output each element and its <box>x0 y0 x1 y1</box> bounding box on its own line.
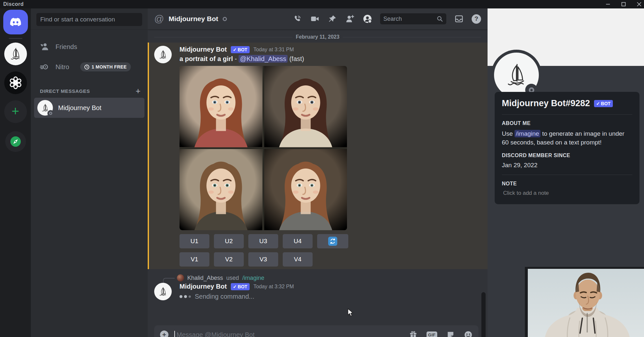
card-divider <box>502 175 632 175</box>
message-timestamp: Today at 3:31 PM <box>254 47 294 53</box>
add-friend-button[interactable] <box>345 14 355 24</box>
message-composer[interactable]: + Message @Midjourney Bot GIF <box>154 325 478 337</box>
attach-plus-icon[interactable]: + <box>160 331 168 337</box>
dm-item-midjourney-bot[interactable]: Midjourney Bot <box>34 98 144 118</box>
note-input[interactable]: Click to add a note <box>502 190 632 196</box>
nitro-icon <box>39 62 49 71</box>
message-content: a portrait of a girl - @Khalid_Abess (fa… <box>180 55 481 63</box>
upscale-button-u2[interactable]: U2 <box>214 234 244 248</box>
imagine-command-chip[interactable]: /imagine <box>514 130 540 137</box>
variation-button-v3[interactable]: V3 <box>248 252 278 267</box>
discord-logo-icon <box>8 17 23 28</box>
voice-call-button[interactable] <box>292 14 302 24</box>
upscale-button-u1[interactable]: U1 <box>180 234 209 248</box>
member-since-value: Jan 29, 2022 <box>502 162 632 169</box>
chat-area: @ Midjourney Bot <box>148 8 488 337</box>
verified-check-icon: ✓ <box>233 47 237 52</box>
mouse-cursor <box>347 308 354 317</box>
variation-button-v4[interactable]: V4 <box>283 252 313 267</box>
chat-scrollbar[interactable] <box>481 292 486 337</box>
generated-portrait-2[interactable] <box>264 66 347 147</box>
openai-server-button[interactable] <box>4 71 27 94</box>
sticker-icon[interactable] <box>446 331 455 337</box>
chat-search-placeholder: Search <box>383 16 402 22</box>
about-me-text: Use /imagine to generate an image in und… <box>502 130 632 147</box>
generated-portrait-3[interactable] <box>180 149 263 231</box>
variation-button-v1[interactable]: V1 <box>180 252 209 267</box>
midjourney-dm-server-button[interactable] <box>4 43 27 65</box>
at-icon: @ <box>154 14 164 24</box>
conversation-search-button[interactable]: Find or start a conversation <box>36 13 142 26</box>
discord-window: Discord <box>0 0 644 337</box>
profile-username: Midjourney Bot#9282 <box>502 98 590 108</box>
sidebar-item-friends[interactable]: Friends <box>34 38 144 56</box>
upscale-button-u4[interactable]: U4 <box>283 234 313 248</box>
window-titlebar: Discord <box>0 0 644 8</box>
gif-picker-icon[interactable]: GIF <box>427 331 437 337</box>
member-since-label: DISCORD MEMBER SINCE <box>502 153 632 158</box>
webcam-overlay <box>525 267 644 337</box>
message-list: February 11, 2023 Midjourney Bot ✓ <box>148 30 488 337</box>
slash-command-context: Khalid_Abess used /imagine <box>148 269 488 281</box>
generated-portrait-1[interactable] <box>180 66 263 147</box>
variation-button-v2[interactable]: V2 <box>214 252 244 267</box>
compass-icon <box>10 136 21 147</box>
video-call-button[interactable] <box>310 14 320 24</box>
card-divider <box>502 114 632 115</box>
channel-sidebar: Find or start a conversation Friends <box>31 8 148 337</box>
pin-icon[interactable] <box>328 14 337 24</box>
note-label: NOTE <box>502 181 632 187</box>
khalid-avatar[interactable] <box>177 274 184 281</box>
generation-mode: (fast) <box>289 55 304 62</box>
chat-header: @ Midjourney Bot <box>148 8 488 30</box>
user-mention[interactable]: @Khalid_Abess <box>239 55 288 63</box>
nitro-promo-badge: 1 MONTH FREE <box>80 62 131 71</box>
inbox-button[interactable] <box>454 14 464 24</box>
message-imagine-result: Midjourney Bot ✓ BOT Today at 3:31 PM a … <box>148 43 488 269</box>
text-caret <box>174 331 175 337</box>
slash-command-link[interactable]: /imagine <box>242 275 264 281</box>
sidebar-item-label: Nitro <box>56 63 69 71</box>
upscale-button-u3[interactable]: U3 <box>248 234 278 248</box>
midjourney-bot-avatar[interactable] <box>154 283 172 300</box>
midjourney-bot-avatar[interactable] <box>154 46 172 63</box>
gift-icon[interactable] <box>409 331 417 337</box>
clock-icon <box>84 65 89 69</box>
create-dm-icon[interactable]: + <box>136 87 141 95</box>
sailboat-avatar-icon <box>7 45 24 62</box>
user-profile-toggle[interactable] <box>363 14 372 24</box>
close-button[interactable] <box>636 1 643 7</box>
explore-servers-button[interactable] <box>5 131 26 152</box>
reroll-button[interactable] <box>317 234 348 248</box>
sidebar-item-label: Friends <box>56 43 77 51</box>
verified-check-icon: ✓ <box>596 101 600 106</box>
dm-section-header[interactable]: DIRECT MESSAGES <box>40 88 90 94</box>
plus-icon: + <box>12 105 19 118</box>
add-server-button[interactable]: + <box>4 100 27 123</box>
chat-search-input[interactable]: Search <box>380 13 446 24</box>
channel-title: Midjourney Bot <box>168 15 218 23</box>
webcam-video <box>528 269 644 337</box>
verified-check-icon: ✓ <box>233 284 237 289</box>
sidebar-item-nitro[interactable]: Nitro 1 MONTH FREE <box>34 58 144 76</box>
about-me-label: ABOUT ME <box>502 120 632 126</box>
generated-portrait-4[interactable] <box>264 149 347 231</box>
message-author[interactable]: Midjourney Bot <box>180 283 227 290</box>
emoji-icon[interactable] <box>464 331 473 337</box>
profile-card: Midjourney Bot#9282 ✓ BOT ABOUT ME Use /… <box>495 92 639 204</box>
bot-badge: ✓ BOT <box>231 46 250 53</box>
server-rail: + <box>0 8 31 337</box>
minimize-button[interactable] <box>604 1 612 7</box>
bot-badge: ✓ BOT <box>231 283 250 290</box>
discord-home-button[interactable] <box>3 10 28 34</box>
command-user[interactable]: Khalid_Abess <box>187 275 223 281</box>
maximize-button[interactable] <box>620 1 627 7</box>
generated-image-grid[interactable] <box>180 66 347 230</box>
window-title: Discord <box>0 1 24 7</box>
conversation-search-placeholder: Find or start a conversation <box>40 16 115 23</box>
upscale-button-row: U1 U2 U3 U4 <box>180 234 481 248</box>
help-button[interactable]: ? <box>472 14 481 24</box>
composer-placeholder: Message @Midjourney Bot <box>177 331 254 337</box>
variation-button-row: V1 V2 V3 V4 <box>180 252 481 267</box>
message-author[interactable]: Midjourney Bot <box>180 46 227 53</box>
